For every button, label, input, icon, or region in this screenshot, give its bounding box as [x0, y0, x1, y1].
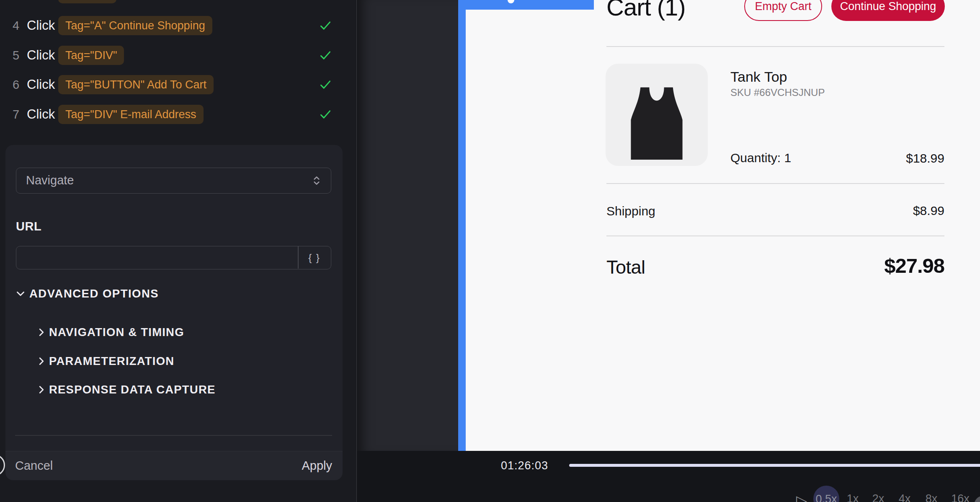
step-3-tag-pill-partial[interactable]	[58, 0, 116, 3]
header-divider	[606, 46, 944, 47]
player-menu-button-partial[interactable]	[974, 496, 980, 502]
preview-letterbox	[357, 0, 458, 451]
panel-divider	[15, 435, 332, 436]
highlight-overlay-strip	[458, 0, 466, 451]
partial-letter-glyph	[508, 0, 514, 3]
step-action-label: Click	[27, 46, 55, 65]
step-editor-panel: Navigate URL { } ADVANCED OPTIONS NAVIGA…	[5, 145, 343, 480]
step-row-5[interactable]: 5 Click Tag="DIV"	[0, 46, 356, 65]
url-field: { }	[16, 246, 331, 269]
step-tag-pill[interactable]: Tag="DIV" E-mail Address	[58, 105, 204, 124]
section-parameterization[interactable]: PARAMETERIZATION	[49, 355, 174, 367]
check-icon	[319, 19, 332, 32]
check-icon	[319, 78, 332, 91]
speed-4x-button[interactable]: 4x	[892, 493, 917, 502]
action-type-value: Navigate	[26, 168, 74, 193]
step-row-6[interactable]: 6 Click Tag="BUTTON" Add To Cart	[0, 75, 356, 94]
edge-handle-partial[interactable]	[0, 454, 5, 476]
product-name: Tank Top	[730, 69, 787, 85]
product-price: $18.99	[906, 151, 944, 166]
section-response-data-capture[interactable]: RESPONSE DATA CAPTURE	[49, 384, 216, 396]
insert-variable-button[interactable]: { }	[298, 246, 330, 269]
speed-8x-button[interactable]: 8x	[919, 493, 944, 502]
step-action-label: Click	[27, 75, 55, 94]
playback-timestamp: 01:26:03	[501, 459, 548, 472]
apply-button[interactable]: Apply	[302, 451, 332, 480]
action-type-select[interactable]: Navigate	[16, 168, 331, 194]
url-field-label: URL	[16, 220, 41, 233]
product-quantity: Quantity: 1	[730, 151, 791, 165]
highlight-overlay-bar	[458, 0, 594, 10]
total-label: Total	[606, 256, 645, 278]
step-row-4[interactable]: 4 Click Tag="A" Continue Shopping	[0, 16, 356, 35]
chevron-down-icon[interactable]	[15, 288, 26, 299]
step-tag-pill[interactable]: Tag="BUTTON" Add To Cart	[58, 75, 214, 94]
step-number: 5	[13, 46, 23, 65]
play-icon[interactable]: ▷	[793, 492, 810, 502]
step-tag-pill[interactable]: Tag="DIV"	[58, 46, 124, 65]
speed-label: 0.5x	[815, 493, 837, 502]
section-navigation-timing[interactable]: NAVIGATION & TIMING	[49, 326, 184, 338]
url-input[interactable]	[16, 246, 297, 269]
step-number: 4	[13, 16, 23, 35]
product-sku: SKU #66VCHSJNUP	[730, 87, 825, 98]
cancel-button[interactable]: Cancel	[15, 451, 53, 480]
advanced-options-header[interactable]: ADVANCED OPTIONS	[29, 288, 159, 300]
check-icon	[319, 49, 332, 62]
panel-footer: Cancel Apply	[5, 451, 343, 480]
tank-top-photo	[620, 80, 694, 166]
speed-2x-button[interactable]: 2x	[866, 493, 891, 502]
playback-progress-bar[interactable]	[569, 464, 980, 467]
steps-sidebar: 4 Click Tag="A" Continue Shopping 5 Clic…	[0, 0, 356, 502]
continue-shopping-button[interactable]: Continue Shopping	[831, 0, 945, 21]
step-action-label: Click	[27, 16, 55, 35]
player-bar: 01:26:03 ▷ 0.5x 1x 2x 4x 8x 16x	[357, 451, 980, 502]
total-price: $27.98	[884, 254, 944, 277]
step-number: 6	[13, 75, 23, 94]
chevron-right-icon[interactable]	[36, 384, 47, 395]
shipping-price: $8.99	[913, 204, 944, 218]
chevron-right-icon[interactable]	[36, 327, 47, 338]
cart-title: Cart (1)	[606, 0, 686, 21]
step-number: 7	[13, 105, 23, 124]
row-divider	[606, 235, 944, 236]
app-window: 4 Click Tag="A" Continue Shopping 5 Clic…	[0, 0, 980, 502]
shipping-label: Shipping	[606, 204, 655, 218]
cart-page-preview: Cart (1) Empty Cart Continue Shopping Ta…	[466, 0, 980, 451]
chevron-right-icon[interactable]	[36, 356, 47, 367]
select-updown-icon	[310, 174, 323, 187]
speed-16x-button[interactable]: 16x	[948, 493, 973, 502]
speed-1x-button[interactable]: 1x	[840, 493, 865, 502]
speed-0.5x-button-active[interactable]: 0.5x	[813, 486, 839, 502]
empty-cart-button[interactable]: Empty Cart	[744, 0, 822, 21]
check-icon	[319, 108, 332, 121]
row-divider	[606, 183, 944, 184]
step-action-label: Click	[27, 105, 55, 124]
step-tag-pill[interactable]: Tag="A" Continue Shopping	[58, 16, 212, 35]
step-row-7[interactable]: 7 Click Tag="DIV" E-mail Address	[0, 105, 356, 124]
product-image	[606, 64, 708, 166]
